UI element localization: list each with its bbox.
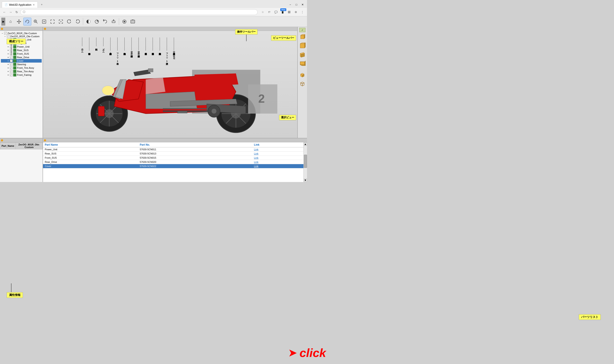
tree-item-ctrl[interactable]: + Ctrl_Unit — [1, 41, 42, 45]
sidebar-toggle[interactable]: ▶ — [1, 18, 5, 26]
part-link-cell[interactable]: Link — [252, 156, 303, 160]
tree-check-rear-sus[interactable] — [10, 49, 13, 52]
capture-button[interactable] — [129, 18, 137, 26]
tree-expand-power[interactable]: + — [7, 46, 9, 48]
tree-check-root[interactable] — [4, 32, 7, 35]
extensions-button[interactable]: f? — [266, 9, 272, 15]
tree-expand-steering[interactable]: + — [7, 63, 9, 66]
part-link[interactable]: Link — [254, 165, 259, 168]
tree-check-front-tire[interactable] — [10, 66, 13, 69]
tree-item-front-fairing[interactable]: + Front_Fairing — [1, 73, 42, 77]
tree-expand-rear-tire[interactable]: + — [7, 70, 9, 73]
tree-item-subroot[interactable]: − ZecOO_801R_Ote-Custom — [1, 35, 42, 38]
col-part-name[interactable]: Part Name — [43, 142, 138, 147]
reload-button[interactable]: ↻ — [14, 10, 19, 15]
restore-button[interactable]: □ — [294, 2, 299, 7]
rotate-center-button[interactable] — [57, 18, 65, 26]
tree-expand-subroot[interactable]: − — [4, 35, 6, 38]
tree-expand-chassis[interactable]: + — [7, 39, 9, 41]
fit-select-button[interactable] — [109, 18, 118, 26]
tree-check-rear-tire[interactable] — [10, 70, 13, 73]
cast-button[interactable]: 💬 — [273, 9, 279, 15]
fit-part-button[interactable] — [40, 18, 48, 26]
tree-item-rear-drive[interactable]: + Rear_Drive — [1, 55, 42, 59]
settings-button[interactable]: ⚙ — [293, 9, 299, 15]
tree-expand-ctrl[interactable]: + — [7, 42, 9, 44]
fix-up-button[interactable] — [101, 18, 109, 26]
select-outer-semi-button[interactable] — [93, 18, 101, 26]
tree-check-front-sus[interactable] — [10, 52, 13, 55]
tree-expand-cover[interactable]: + — [7, 60, 9, 62]
tree-check-ctrl[interactable] — [10, 42, 13, 44]
tree-item-rear-sus[interactable]: + Rear_SUS — [1, 49, 42, 52]
part-link-cell[interactable]: Link — [252, 147, 303, 152]
tree-expand-rear-sus[interactable]: + — [7, 49, 9, 52]
rotate-right90-button[interactable] — [74, 18, 82, 26]
parts-row-3[interactable]: Rear_Drive 57630-5CN020 Link — [43, 160, 303, 164]
active-tab[interactable]: 📄 Web3D Application ✕ — [2, 1, 38, 8]
parts-row-4[interactable]: Cover 57630-5CN022 Link — [43, 164, 303, 168]
tree-check-front-fairing[interactable] — [10, 74, 13, 76]
tree-check-cover[interactable] — [10, 60, 13, 62]
home-button[interactable]: ⌂ — [7, 18, 14, 26]
select-half-trans-button[interactable] — [84, 18, 92, 26]
parts-row-0[interactable]: Power_Unit 57630-5CN011 Link — [43, 147, 303, 152]
tree-expand-front-fairing[interactable]: + — [7, 74, 9, 76]
part-link[interactable]: Link — [254, 148, 259, 151]
part-link-cell[interactable]: Link — [252, 152, 303, 156]
parts-table-container[interactable]: Part Name Part No. Link Power_Unit 57630… — [43, 142, 303, 182]
rotate-button[interactable] — [23, 18, 31, 26]
tree-item-steering[interactable]: + Steering — [1, 63, 42, 66]
tree-check-chassis[interactable] — [10, 38, 13, 41]
tree-expand-front-tire[interactable]: + — [7, 67, 9, 69]
tree-item-power[interactable]: + Power_Unit — [1, 45, 42, 49]
part-link-cell[interactable]: Link — [252, 164, 303, 168]
col-part-no[interactable]: Part No. — [138, 142, 252, 147]
address-bar[interactable]: ⓘ — [20, 9, 258, 15]
tree-check-power[interactable] — [10, 45, 13, 48]
view-side[interactable] — [298, 51, 306, 59]
back-button[interactable]: ← — [2, 10, 7, 15]
zoom-button[interactable] — [32, 18, 40, 26]
parts-scrollbar[interactable]: ▲ ▼ — [303, 142, 307, 182]
tree-expand-front-sus[interactable]: + — [7, 53, 9, 55]
forward-button[interactable]: → — [8, 10, 13, 15]
parts-row-1[interactable]: Rear_SUS 57630-5CN013 Link — [43, 152, 303, 156]
part-link[interactable]: Link — [254, 156, 259, 159]
menu-button[interactable]: ⋮ — [300, 9, 305, 15]
view-bottom[interactable] — [298, 60, 306, 67]
tree-item-rear-tire[interactable]: + Rear_Tire-Assy — [1, 70, 42, 73]
bookmark-button[interactable]: ☆ — [260, 9, 266, 15]
view-check-control[interactable]: ✓ — [299, 28, 305, 32]
tree-check-rear-drive[interactable] — [10, 56, 13, 59]
tab-close-button[interactable]: ✕ — [33, 3, 35, 6]
scroll-thumb[interactable] — [304, 155, 307, 168]
tree-check-steering[interactable] — [10, 63, 13, 66]
tree-expand-rear-drive[interactable]: + — [7, 56, 9, 59]
view-isometric[interactable] — [298, 71, 306, 79]
scroll-up-button[interactable]: ▲ — [304, 142, 307, 146]
viewport[interactable]: 2 操作ツールバー — [43, 27, 297, 138]
part-link[interactable]: Link — [254, 161, 259, 163]
tree-item-root[interactable]: − ZecOO_801R_Ote-Custom — [1, 32, 42, 35]
view-top-right-front[interactable] — [298, 33, 306, 41]
tree-item-cover[interactable]: + Cover — [1, 59, 42, 63]
tree-item-front-sus[interactable]: + Front_SUS — [1, 52, 42, 55]
minimize-button[interactable]: − — [287, 2, 293, 7]
part-link-cell[interactable]: Link — [252, 160, 303, 164]
view-wireframe[interactable] — [298, 80, 306, 88]
select-toggle-button[interactable] — [120, 18, 128, 26]
close-button[interactable]: ✕ — [300, 2, 305, 7]
tree-item-front-tire[interactable]: + Front_Tire-Assy — [1, 66, 42, 70]
viewport-content[interactable]: 2 操作ツールバー — [43, 31, 297, 138]
screenshot-button[interactable]: 🖼 — [286, 9, 292, 15]
tree-item-chassis[interactable]: + Chassis_Unit — [1, 38, 42, 41]
tree-check-subroot[interactable] — [7, 35, 10, 38]
new-tab-button[interactable]: + — [39, 2, 44, 7]
fit-all-button[interactable] — [49, 18, 56, 26]
parts-row-2[interactable]: Front_SUS 57630-5CN015 Link — [43, 156, 303, 160]
part-link[interactable]: Link — [254, 152, 259, 155]
tree-expand-root[interactable]: − — [1, 32, 3, 35]
col-link[interactable]: Link — [252, 142, 303, 147]
rotate-left90-button[interactable] — [65, 18, 73, 26]
